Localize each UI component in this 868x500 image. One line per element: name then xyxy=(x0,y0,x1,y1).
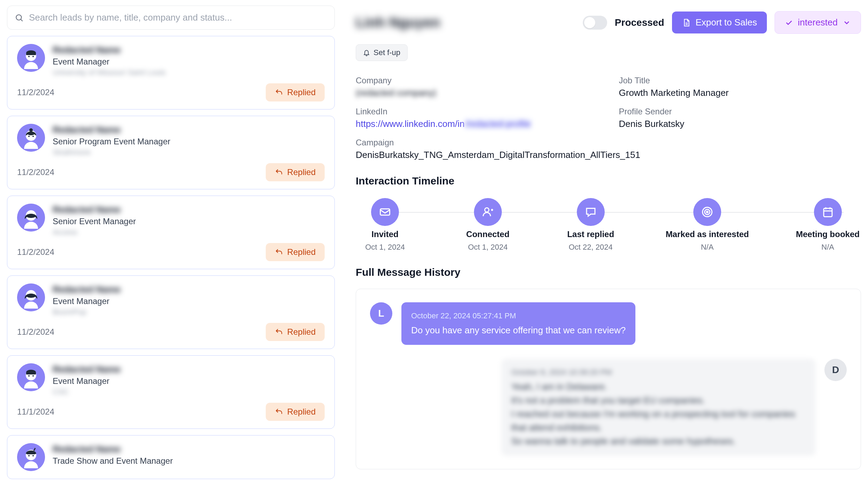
lead-company: Access xyxy=(53,228,136,237)
lead-card[interactable]: Redacted Name Trade Show and Event Manag… xyxy=(7,435,335,479)
timeline-step-date: N/A xyxy=(821,243,834,252)
lead-bottom: 11/2/2024 Replied xyxy=(17,162,325,181)
timeline-step-label: Last replied xyxy=(567,229,614,239)
lead-name: Redacted Name xyxy=(53,444,173,455)
timeline-step-label: Invited xyxy=(371,229,398,239)
timeline-step-date: Oct 1, 2024 xyxy=(365,243,405,252)
header-actions: Processed Export to Sales interested xyxy=(583,11,861,34)
campaign-label: Campaign xyxy=(356,138,861,147)
lead-title: Event Manager xyxy=(53,376,121,386)
status-badge: Replied xyxy=(266,243,325,261)
avatar xyxy=(17,283,45,311)
lead-title: Event Manager xyxy=(53,57,166,67)
lead-company: BoomPop xyxy=(53,308,121,317)
set-followup-button[interactable]: Set f-up xyxy=(356,44,408,61)
followup-label: Set f-up xyxy=(373,48,400,57)
avatar xyxy=(17,443,45,471)
timeline-step-date: Oct 22, 2024 xyxy=(569,243,613,252)
message-timestamp: October 22, 2024 05:27:41 PM xyxy=(411,310,626,321)
linkedin-link[interactable]: https://www.linkedin.com/in/redacted-pro… xyxy=(356,119,598,129)
processed-toggle[interactable] xyxy=(583,16,607,30)
timeline-step: Invited Oct 1, 2024 xyxy=(357,198,413,252)
lead-date: 11/1/2024 xyxy=(17,407,54,417)
chat-icon xyxy=(577,198,605,226)
lead-card[interactable]: Redacted Name Senior Program Event Manag… xyxy=(7,116,335,189)
mail-icon xyxy=(371,198,399,226)
lead-avatar: L xyxy=(370,302,392,325)
lead-top: Redacted Name Senior Program Event Manag… xyxy=(17,124,325,157)
reply-icon xyxy=(275,248,283,256)
linkedin-suffix: /redacted-profile xyxy=(465,119,531,129)
timeline-step-date: Oct 1, 2024 xyxy=(468,243,508,252)
lead-card[interactable]: Redacted Name Event Manager BoomPop 11/2… xyxy=(7,275,335,349)
lead-date: 11/2/2024 xyxy=(17,167,54,177)
message-row: October 8, 2024 10:39:20 PM Yeah, I am i… xyxy=(370,359,847,456)
search-input[interactable] xyxy=(7,6,335,30)
lead-company: University of Missouri Saint Louis xyxy=(53,68,166,77)
timeline-step: Last replied Oct 22, 2024 xyxy=(563,198,619,252)
messages-title: Full Message History xyxy=(356,266,861,278)
reply-icon xyxy=(275,88,283,97)
lead-title: Senior Event Manager xyxy=(53,217,136,226)
field-linkedin: LinkedIn https://www.linkedin.com/in/red… xyxy=(356,107,598,129)
lead-date: 11/2/2024 xyxy=(17,327,54,337)
timeline-step-date: N/A xyxy=(701,243,714,252)
company-value: (redacted company) xyxy=(356,88,598,98)
timeline-step: Meeting booked N/A xyxy=(796,198,860,252)
lead-top: Redacted Name Event Manager BoomPop xyxy=(17,283,325,317)
export-label: Export to Sales xyxy=(696,17,757,28)
sender-label: Profile Sender xyxy=(619,107,861,116)
field-campaign: Campaign DenisBurkatsky_TNG_Amsterdam_Di… xyxy=(356,138,861,160)
message-history: L October 22, 2024 05:27:41 PM Do you ha… xyxy=(356,289,861,469)
field-sender: Profile Sender Denis Burkatsky xyxy=(619,107,861,129)
status-badge: Replied xyxy=(266,163,325,181)
lead-name: Redacted Name xyxy=(53,124,171,135)
status-badge: Replied xyxy=(266,403,325,421)
timeline: Invited Oct 1, 2024 Connected Oct 1, 202… xyxy=(356,198,861,252)
svg-point-23 xyxy=(16,15,21,20)
followup-row: Set f-up xyxy=(356,44,861,61)
timeline-step: Connected Oct 1, 2024 xyxy=(460,198,516,252)
message-bubble: October 8, 2024 10:39:20 PM Yeah, I am i… xyxy=(501,359,815,456)
jobtitle-label: Job Title xyxy=(619,76,861,85)
jobtitle-value: Growth Marketing Manager xyxy=(619,88,861,98)
status-text: Replied xyxy=(287,247,316,257)
lead-info: Redacted Name Senior Program Event Manag… xyxy=(53,124,171,157)
lead-name: Redacted Name xyxy=(53,204,136,215)
lead-bottom: 11/2/2024 Replied xyxy=(17,242,325,261)
avatar xyxy=(17,204,45,232)
lead-top: Redacted Name Senior Event Manager Acces… xyxy=(17,204,325,237)
lead-card[interactable]: Redacted Name Event Manager CSC 11/1/202… xyxy=(7,355,335,429)
lead-company: Strathmore xyxy=(53,148,171,157)
lead-date: 11/2/2024 xyxy=(17,247,54,257)
check-icon xyxy=(785,18,793,27)
lead-info: Redacted Name Trade Show and Event Manag… xyxy=(53,443,173,466)
search-icon xyxy=(15,13,24,22)
lead-name: Redacted Name xyxy=(53,45,166,55)
detail-panel: Linh Nguyen Processed Export to Sales in… xyxy=(356,6,861,494)
lead-card[interactable]: Redacted Name Senior Event Manager Acces… xyxy=(7,196,335,269)
lead-info: Redacted Name Event Manager CSC xyxy=(53,363,121,396)
document-icon xyxy=(682,18,691,27)
lead-title: Senior Program Event Manager xyxy=(53,137,171,146)
sender-value: Denis Burkatsky xyxy=(619,119,861,129)
app-root: Redacted Name Event Manager University o… xyxy=(0,0,868,500)
message-row: L October 22, 2024 05:27:41 PM Do you ha… xyxy=(370,302,847,345)
field-company: Company (redacted company) xyxy=(356,76,598,98)
interest-label: interested xyxy=(798,17,838,28)
avatar xyxy=(17,44,45,72)
company-label: Company xyxy=(356,76,598,85)
bell-icon xyxy=(363,49,370,56)
timeline-step-label: Connected xyxy=(466,229,510,239)
lead-top: Redacted Name Event Manager University o… xyxy=(17,44,325,77)
lead-card[interactable]: Redacted Name Event Manager University o… xyxy=(7,36,335,109)
lead-top: Redacted Name Event Manager CSC xyxy=(17,363,325,396)
export-to-sales-button[interactable]: Export to Sales xyxy=(672,12,767,33)
timeline-step: Marked as interested N/A xyxy=(666,198,749,252)
lead-info: Redacted Name Event Manager BoomPop xyxy=(53,283,121,317)
lead-title: Event Manager xyxy=(53,296,121,306)
interest-dropdown[interactable]: interested xyxy=(775,11,861,34)
avatar xyxy=(17,363,45,391)
campaign-value: DenisBurkatsky_TNG_Amsterdam_DigitalTran… xyxy=(356,150,861,160)
reply-icon xyxy=(275,408,283,416)
